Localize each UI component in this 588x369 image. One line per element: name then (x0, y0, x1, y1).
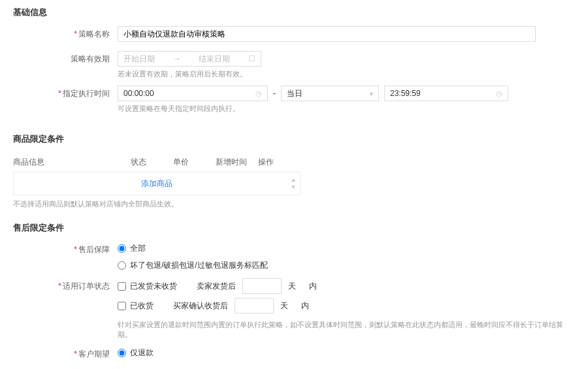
chevron-down-icon: ▾ (370, 90, 373, 97)
shipped-days-input[interactable] (242, 278, 282, 294)
product-table-head: 商品信息 状态 单价 新增时间 操作 (13, 153, 301, 172)
chk-shipped[interactable]: 已发货未收货 (118, 280, 177, 293)
calendar-icon: ☐ (248, 54, 255, 63)
label-validity: 策略有效期 (13, 51, 118, 67)
row-guarantee: *售后保障 全部 坏了包退/破损包退/过敏包退服务标匹配 (13, 242, 575, 272)
radio-guarantee-all[interactable]: 全部 (118, 242, 575, 255)
add-product-link[interactable]: 添加商品 (141, 178, 172, 189)
col-time: 新增时间 (216, 157, 258, 168)
row-customer-expect: *客户期望 仅退款 (13, 346, 575, 364)
exec-time-hint: 可设置策略在每天指定时间段内执行。 (118, 104, 575, 114)
validity-end-placeholder: 结束日期 (199, 54, 230, 65)
strategy-name-input[interactable] (118, 26, 536, 42)
product-table-body: 添加商品 ▲ ▼ (13, 172, 301, 195)
radio-refund-only[interactable]: 仅退款 (118, 346, 575, 359)
exec-start-time[interactable]: 00:00:00 ◷ (118, 86, 268, 101)
section-after-sale: 售后限定条件 *售后保障 全部 坏了包退/破损包退/过敏包退服务标匹配 *适用订… (0, 216, 588, 369)
label-customer-expect: *客户期望 (13, 346, 118, 362)
received-days-input[interactable] (235, 298, 274, 313)
label-strategy-name: *策略名称 (13, 26, 118, 42)
row-strategy-name: *策略名称 (13, 26, 575, 44)
label-guarantee: *售后保障 (13, 242, 118, 257)
spin-controls: ▲ ▼ (291, 177, 296, 190)
caret-down-icon[interactable]: ▼ (291, 184, 296, 190)
col-status: 状态 (131, 157, 173, 168)
section-basic: 基础信息 *策略名称 策略有效期 开始日期 → 结束日期 ☐ 若未设置有效期，策… (0, 0, 588, 127)
row-exec-time: *指定执行时间 00:00:00 ◷ - 当日 ▾ 23:59:59 ◷ 可设置… (13, 86, 575, 114)
section-title-product: 商品限定条件 (13, 133, 575, 145)
arrow-right-icon: → (173, 54, 181, 63)
clock-icon: ◷ (496, 89, 502, 98)
section-title-basic: 基础信息 (13, 7, 575, 18)
radio-guarantee-match[interactable]: 坏了包退/破损包退/过敏包退服务标匹配 (118, 259, 575, 272)
product-hint: 不选择适用商品则默认策略对店铺内全部商品生效。 (13, 199, 575, 209)
section-product: 商品限定条件 商品信息 状态 单价 新增时间 操作 添加商品 ▲ ▼ 不选择适用… (0, 127, 588, 216)
caret-up-icon[interactable]: ▲ (291, 177, 296, 183)
product-table: 商品信息 状态 单价 新增时间 操作 添加商品 ▲ ▼ (13, 153, 301, 195)
validity-start-placeholder: 开始日期 (123, 54, 155, 65)
validity-date-range[interactable]: 开始日期 → 结束日期 ☐ (118, 51, 261, 67)
label-order-status: *适用订单状态 (13, 278, 118, 294)
validity-hint: 若未设置有效期，策略启用后长期有效。 (118, 69, 575, 79)
clock-icon: ◷ (255, 89, 262, 98)
col-op: 操作 (258, 157, 301, 168)
chk-received[interactable]: 已收货 (118, 299, 154, 312)
section-title-after-sale: 售后限定条件 (13, 222, 575, 234)
row-validity: 策略有效期 开始日期 → 结束日期 ☐ 若未设置有效期，策略启用后长期有效。 (13, 51, 575, 79)
col-info: 商品信息 (13, 157, 131, 168)
exec-end-time[interactable]: 23:59:59 ◷ (384, 86, 508, 101)
label-exec-time: *指定执行时间 (13, 86, 118, 101)
order-status-hint: 针对买家设置的退款时间范围内置的订单执行此策略，如不设置具体时间范围，则默认策略… (118, 320, 575, 340)
col-price: 单价 (173, 157, 216, 168)
row-order-status: *适用订单状态 已发货未收货 卖家发货后 天 内 已收货 买家确认收货后 天 内… (13, 278, 575, 340)
exec-day-select[interactable]: 当日 ▾ (281, 86, 379, 101)
